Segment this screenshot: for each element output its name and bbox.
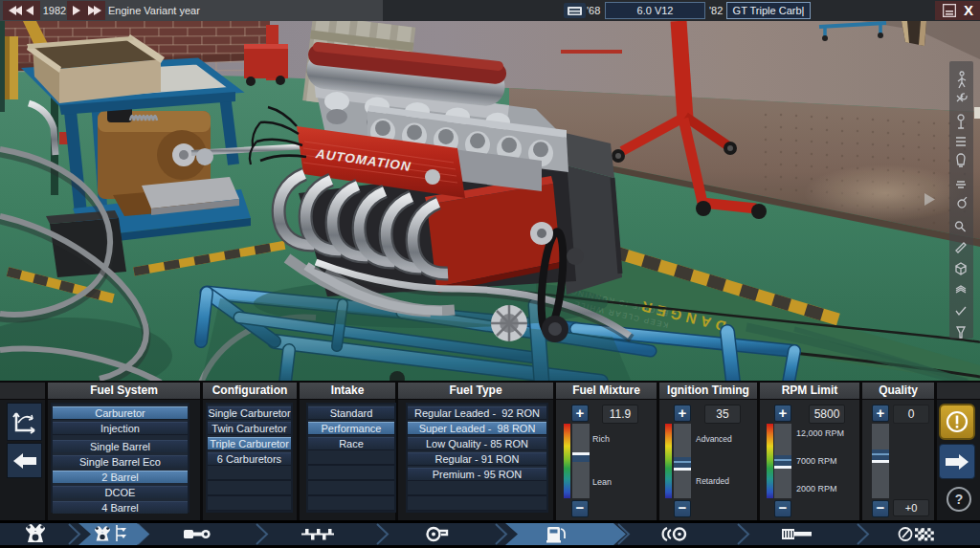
svg-text:?: ? (955, 492, 964, 507)
